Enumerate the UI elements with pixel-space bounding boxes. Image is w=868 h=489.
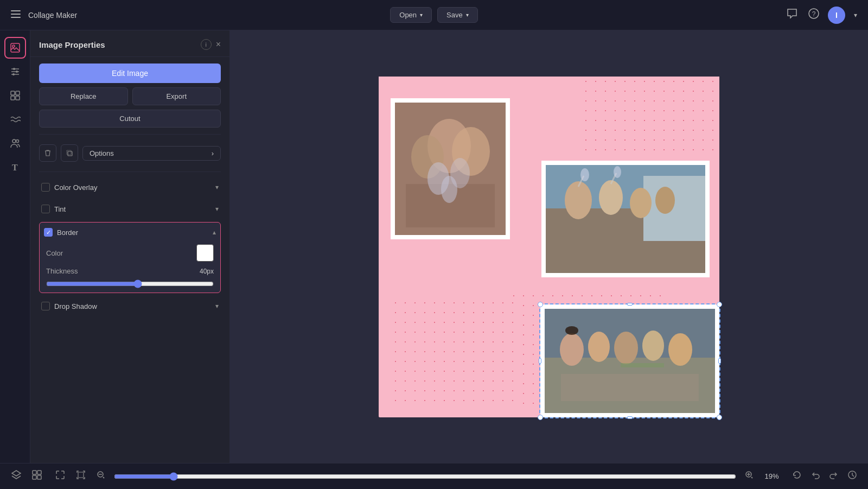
photo-frame-3-wrapper [540, 304, 719, 417]
thickness-slider[interactable] [46, 280, 214, 288]
undo-button[interactable] [808, 468, 822, 485]
svg-point-34 [599, 180, 623, 215]
canvas-area[interactable] [230, 30, 868, 463]
svg-rect-5 [11, 43, 20, 52]
svg-point-35 [630, 188, 652, 218]
hamburger-button[interactable] [9, 7, 23, 23]
divider-1 [39, 134, 221, 135]
svg-rect-48 [561, 374, 699, 401]
fit-button[interactable] [74, 468, 88, 485]
svg-rect-55 [78, 472, 84, 478]
svg-point-36 [655, 187, 675, 214]
bottom-right [790, 468, 859, 485]
app-title: Collage Maker [28, 11, 77, 20]
redo-button[interactable] [827, 468, 841, 485]
topbar-left: Collage Maker [9, 7, 390, 23]
sidebar-item-grid[interactable] [4, 85, 26, 106]
expand-account-icon[interactable]: ▾ [852, 9, 859, 21]
check-icon: ✓ [46, 229, 51, 236]
pattern-bottom-left [391, 298, 514, 409]
svg-rect-50 [621, 363, 664, 367]
zoom-out-button[interactable] [94, 468, 107, 484]
sidebar-item-waves[interactable] [4, 109, 26, 130]
border-row[interactable]: ✓ Border ▴ [44, 225, 216, 240]
svg-rect-52 [37, 471, 41, 474]
tint-checkbox[interactable] [41, 205, 50, 213]
photo-frame-1[interactable] [391, 98, 510, 239]
options-row: Options › [39, 141, 221, 165]
svg-text:T: T [12, 163, 18, 172]
options-button[interactable]: Options › [82, 146, 221, 161]
export-button[interactable]: Export [132, 87, 221, 105]
tint-row[interactable]: Tint ▾ [39, 200, 221, 218]
drop-shadow-row[interactable]: Drop Shadow ▾ [39, 297, 221, 315]
history-button[interactable] [845, 468, 859, 485]
border-arrow: ▴ [213, 228, 216, 236]
color-row: Color [46, 244, 214, 262]
svg-rect-2 [11, 17, 21, 18]
svg-rect-51 [33, 471, 36, 474]
sidebar-item-people[interactable] [4, 132, 26, 154]
edit-image-button[interactable]: Edit Image [39, 63, 221, 83]
layers-button[interactable] [9, 467, 24, 485]
svg-rect-0 [11, 10, 21, 11]
photo-3 [545, 309, 715, 413]
chevron-right-icon: › [212, 149, 214, 157]
svg-point-10 [13, 68, 15, 70]
color-swatch[interactable] [196, 244, 214, 262]
sidebar-item-sliders[interactable] [4, 61, 26, 82]
svg-rect-16 [16, 96, 20, 100]
photo-frame-3[interactable] [540, 304, 719, 417]
close-icon: × [216, 40, 221, 49]
sidebar-item-image[interactable] [4, 37, 26, 59]
svg-rect-54 [37, 475, 41, 479]
svg-point-40 [614, 166, 621, 178]
tint-arrow: ▾ [215, 205, 219, 213]
drop-shadow-arrow: ▾ [215, 302, 219, 310]
reset-button[interactable] [790, 468, 804, 485]
fullscreen-button[interactable] [53, 468, 67, 485]
open-button[interactable]: Open ▾ [390, 7, 432, 23]
zoom-slider[interactable] [114, 472, 736, 481]
svg-point-46 [642, 331, 664, 361]
cutout-button[interactable]: Cutout [39, 110, 221, 128]
svg-point-12 [12, 73, 15, 75]
color-overlay-row[interactable]: Color Overlay ▾ [39, 179, 221, 196]
duplicate-button[interactable] [61, 144, 78, 162]
svg-rect-15 [11, 96, 15, 100]
svg-line-62 [751, 477, 752, 478]
svg-point-45 [614, 332, 638, 364]
replace-button[interactable]: Replace [39, 87, 128, 105]
svg-rect-13 [11, 91, 15, 95]
color-overlay-checkbox[interactable] [41, 183, 50, 192]
help-icon[interactable]: ? [806, 6, 821, 24]
drop-shadow-checkbox[interactable] [41, 302, 50, 310]
trash-button[interactable] [39, 144, 56, 162]
border-content: Color Thickness 40px [44, 240, 216, 290]
panel-close-button[interactable]: × [216, 40, 221, 49]
svg-point-18 [16, 140, 18, 143]
zoom-in-button[interactable] [743, 468, 756, 484]
info-icon: i [205, 41, 206, 48]
topbar-right: ? I ▾ [478, 6, 859, 24]
sidebar-icons: T [0, 30, 30, 463]
thickness-slider-row: Thickness 40px [46, 267, 214, 288]
grid-view-button[interactable] [29, 467, 44, 485]
border-checkbox[interactable]: ✓ [44, 228, 53, 237]
color-overlay-arrow: ▾ [215, 183, 219, 191]
divider-2 [39, 172, 221, 172]
sidebar-item-text[interactable]: T [4, 156, 26, 178]
panel-info-button[interactable]: i [201, 39, 212, 50]
topbar: Collage Maker Open ▾ Save ▾ ? I ▾ [0, 0, 868, 30]
svg-rect-21 [67, 150, 71, 155]
avatar[interactable]: I [828, 7, 845, 24]
save-button[interactable]: Save ▾ [437, 7, 478, 23]
panel-content: Edit Image Replace Export Cutout Options… [30, 57, 229, 321]
photo-frame-2[interactable] [541, 161, 710, 277]
svg-rect-32 [643, 176, 705, 241]
svg-point-39 [580, 168, 589, 181]
chat-icon[interactable] [784, 6, 800, 24]
photo-1 [395, 103, 506, 235]
chevron-down-icon: ▾ [466, 12, 469, 18]
pattern-top-right [581, 77, 719, 157]
